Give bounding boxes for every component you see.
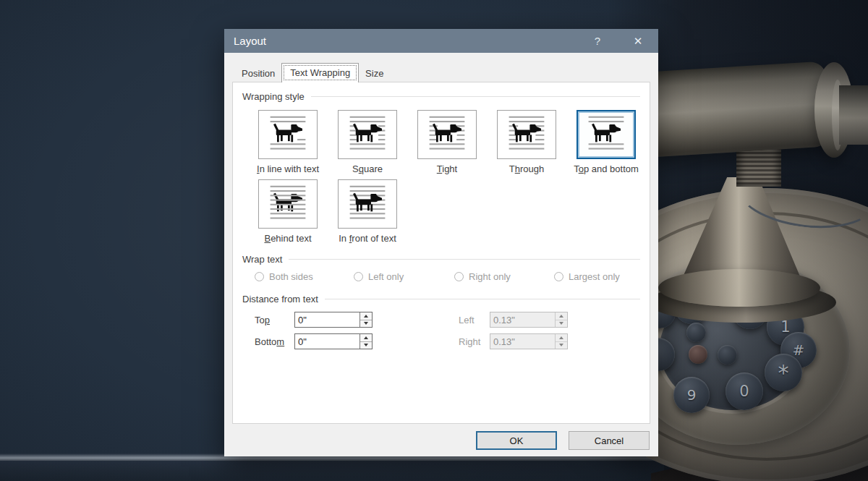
down-arrow-icon — [559, 322, 563, 325]
radio-right-only: Right only — [454, 271, 554, 282]
dog-wrap-icon — [425, 114, 469, 156]
wrap-text-label: Wrap text — [242, 254, 282, 265]
down-arrow-icon — [364, 344, 368, 346]
left-distance-input: 0.13" — [490, 312, 568, 328]
wrap-option-label: Square — [352, 163, 383, 174]
bottom-distance-input[interactable]: 0" — [294, 333, 373, 349]
spinner-up-button — [556, 334, 567, 342]
wrap-option-label: Behind text — [264, 233, 311, 244]
layout-dialog: Layout ? ✕ Position Text Wrapping Size W… — [224, 29, 658, 456]
radio-largest-only: Largest only — [554, 271, 620, 282]
dog-wrap-icon — [505, 114, 548, 156]
group-rule — [311, 96, 640, 97]
tab-panel: Wrapping style In line with text Square … — [232, 82, 650, 424]
wrapping-icon-box-selected[interactable] — [576, 110, 636, 159]
radio-left-only: Left only — [354, 271, 454, 282]
radio-icon — [454, 272, 464, 281]
spinner-up-button[interactable] — [360, 334, 372, 342]
right-distance-input: 0.13" — [490, 333, 568, 349]
wrap-option-top-and-bottom[interactable]: Top and bottom — [576, 110, 636, 174]
wrapping-icon-box[interactable] — [417, 110, 477, 159]
spinner-down-button[interactable] — [360, 320, 372, 328]
up-arrow-icon — [364, 315, 368, 318]
tab-position[interactable]: Position — [235, 65, 281, 82]
wrapping-icon-box[interactable] — [258, 110, 318, 159]
wrap-option-behind-text[interactable]: Behind text — [258, 179, 318, 244]
spinner-down-button — [556, 342, 567, 349]
radio-label: Right only — [469, 271, 511, 282]
help-icon[interactable]: ? — [577, 35, 618, 47]
dog-wrap-icon — [346, 114, 389, 156]
radio-both-sides: Both sides — [255, 271, 354, 282]
dog-wrap-icon — [266, 183, 310, 225]
distance-from-text-label: Distance from text — [242, 294, 318, 305]
dialog-title: Layout — [234, 35, 577, 47]
wrap-option-tight[interactable]: Tight — [417, 110, 477, 174]
bottom-distance-value[interactable]: 0" — [295, 334, 359, 349]
dog-wrap-icon — [584, 114, 628, 156]
top-distance-label: Top — [255, 315, 294, 325]
ok-button[interactable]: OK — [476, 431, 557, 450]
wrap-option-label: Tight — [437, 163, 457, 174]
wrap-text-header: Wrap text — [233, 254, 650, 265]
wrap-option-square[interactable]: Square — [338, 110, 397, 174]
wrap-option-in-line-with-text[interactable]: In line with text — [258, 110, 318, 174]
top-distance-value[interactable]: 0" — [295, 312, 359, 327]
left-distance-label: Left — [459, 315, 490, 325]
radio-icon — [255, 272, 264, 281]
wrapping-style-row-1: In line with text Square Tight Through T… — [233, 110, 650, 174]
wrapping-icon-box[interactable] — [338, 110, 397, 159]
spinner-arrows — [555, 334, 567, 349]
wrap-option-label: In line with text — [257, 163, 319, 174]
up-arrow-icon — [559, 336, 563, 339]
radio-label: Left only — [368, 271, 404, 282]
wrap-option-through[interactable]: Through — [497, 110, 556, 174]
wrap-option-in-front-of-text[interactable]: In front of text — [338, 179, 397, 244]
wrapping-icon-box[interactable] — [497, 110, 556, 159]
dog-wrap-icon — [346, 183, 389, 225]
up-arrow-icon — [364, 336, 368, 339]
radio-label: Largest only — [569, 271, 620, 282]
spinner-up-button — [556, 312, 567, 320]
close-icon[interactable]: ✕ — [618, 35, 658, 48]
top-distance-input[interactable]: 0" — [294, 312, 373, 328]
wrapping-style-row-2: Behind text In front of text — [233, 179, 650, 244]
wrap-option-label: Through — [509, 163, 544, 174]
tab-size[interactable]: Size — [359, 65, 390, 82]
down-arrow-icon — [364, 322, 368, 325]
left-distance-value: 0.13" — [490, 312, 555, 327]
spinner-up-button[interactable] — [360, 312, 372, 320]
right-distance-value: 0.13" — [490, 334, 555, 349]
dog-wrap-icon — [266, 114, 310, 156]
wrap-text-options: Both sides Left only Right only Largest … — [233, 271, 650, 282]
spinner-arrows — [359, 334, 372, 349]
radio-label: Both sides — [269, 271, 313, 282]
wrapping-style-header: Wrapping style — [233, 91, 650, 102]
wrap-option-label: In front of text — [339, 233, 396, 244]
spinner-arrows — [359, 312, 372, 327]
up-arrow-icon — [559, 315, 563, 318]
dialog-titlebar: Layout ? ✕ — [224, 29, 658, 53]
spinner-down-button — [556, 320, 567, 328]
wrapping-icon-box[interactable] — [258, 179, 318, 229]
down-arrow-icon — [559, 344, 563, 346]
wrapping-icon-box[interactable] — [338, 179, 397, 229]
spinner-down-button[interactable] — [360, 342, 372, 349]
group-rule — [289, 259, 640, 260]
spinner-arrows — [555, 312, 567, 327]
screenshot-stage: 3 2 1 # * 0 9 Layout ? ✕ Position Text W… — [0, 0, 868, 481]
cancel-button[interactable]: Cancel — [569, 431, 650, 450]
dialog-footer: OK Cancel — [224, 431, 658, 450]
radio-icon — [354, 272, 363, 281]
distance-fields: Top 0" Left 0.13" Bott — [233, 312, 650, 349]
group-rule — [325, 299, 640, 299]
distance-from-text-header: Distance from text — [233, 294, 650, 305]
radio-icon — [554, 272, 563, 281]
tab-bar: Position Text Wrapping Size — [224, 63, 658, 82]
bottom-distance-label: Bottom — [255, 336, 294, 347]
wrapping-style-label: Wrapping style — [242, 91, 305, 102]
wrap-option-label: Top and bottom — [574, 163, 639, 174]
right-distance-label: Right — [459, 336, 490, 347]
tab-text-wrapping[interactable]: Text Wrapping — [281, 63, 359, 82]
